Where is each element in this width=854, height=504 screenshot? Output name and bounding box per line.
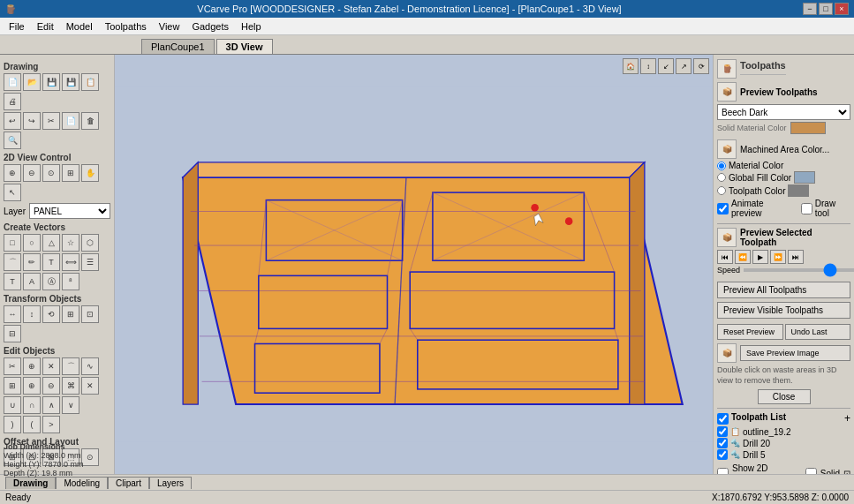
tb-new[interactable]: 📄 <box>4 73 21 91</box>
toolpath-color-radio[interactable] <box>717 186 726 195</box>
tb-repeat[interactable]: ⊙ <box>81 448 99 466</box>
tb-rect[interactable]: □ <box>4 234 21 252</box>
tb-fillet[interactable]: ⌒ <box>62 357 79 375</box>
tb-mirror-h[interactable]: ↔ <box>4 305 21 323</box>
tb-select[interactable]: ↖ <box>4 184 21 201</box>
tb-pan[interactable]: ✋ <box>81 164 99 182</box>
menu-edit[interactable]: Edit <box>32 19 59 34</box>
material-select[interactable]: Beech Dark Oak Pine MDF <box>717 104 850 120</box>
tb-xor[interactable]: ∨ <box>62 396 79 414</box>
preview-visible-button[interactable]: Preview Visible Toolpaths <box>717 302 850 319</box>
minimize-button[interactable]: − <box>803 3 817 15</box>
tb-copy[interactable]: 📄 <box>62 112 79 130</box>
tab-layers[interactable]: Layers <box>149 477 192 489</box>
tb-array[interactable]: ⊟ <box>4 325 21 342</box>
tb-group[interactable]: ⊡ <box>81 305 99 323</box>
menu-toolpaths[interactable]: Toolpaths <box>100 19 152 34</box>
tb-saveas[interactable]: 💾 <box>62 73 79 91</box>
tp-outline-checkbox[interactable] <box>717 426 728 437</box>
tab-3dview[interactable]: 3D View <box>216 39 273 54</box>
play-next[interactable]: ⏩ <box>770 250 786 264</box>
menu-gadgets[interactable]: Gadgets <box>186 19 234 34</box>
material-color-swatch[interactable] <box>790 122 826 134</box>
tb-open[interactable]: 📂 <box>23 73 41 91</box>
tb-redo[interactable]: ↪ <box>23 112 41 130</box>
toolpath-list-checkbox[interactable] <box>717 413 729 425</box>
draw-tool-checkbox[interactable] <box>801 203 812 214</box>
vp-pan[interactable]: ↕ <box>640 58 656 74</box>
tb-offset-outer[interactable]: ) <box>4 416 21 433</box>
tb-mirror-v[interactable]: ↕ <box>23 305 41 323</box>
tb-text[interactable]: T <box>42 253 60 271</box>
tb-smooth[interactable]: ∿ <box>81 357 99 375</box>
tb-subtract[interactable]: ∧ <box>42 396 60 414</box>
tb-zoom-sel[interactable]: ⊞ <box>62 164 79 182</box>
tb-save[interactable]: 💾 <box>42 73 60 91</box>
tb-zoom-in[interactable]: ⊕ <box>4 164 21 182</box>
close-button[interactable]: × <box>835 3 849 15</box>
tb-extend[interactable]: ✕ <box>81 377 99 395</box>
animate-preview-checkbox[interactable] <box>717 203 729 214</box>
tb-table[interactable]: ☰ <box>81 253 99 271</box>
tb-union[interactable]: ∪ <box>4 396 21 414</box>
tb-undo[interactable]: ↩ <box>4 112 21 130</box>
tb-zoom-fit[interactable]: ⊙ <box>42 164 60 182</box>
toolpath-add-icon[interactable]: + <box>844 412 850 425</box>
tb-intersect[interactable]: ∩ <box>23 396 41 414</box>
tb-cut[interactable]: ✂ <box>42 112 60 130</box>
save-preview-button[interactable]: Save Preview Image <box>740 345 850 361</box>
menu-help[interactable]: Help <box>236 19 267 34</box>
global-fill-swatch[interactable] <box>794 171 815 184</box>
layer-select[interactable]: PANEL <box>29 203 110 219</box>
speed-slider[interactable] <box>744 268 854 272</box>
vp-home[interactable]: 🏠 <box>623 58 639 74</box>
tb-star[interactable]: ☆ <box>62 234 79 252</box>
tp-drill5-checkbox[interactable] <box>717 449 728 460</box>
play-prev[interactable]: ⏪ <box>735 250 751 264</box>
tb-poly[interactable]: ⬡ <box>81 234 99 252</box>
undo-last-button[interactable]: Undo Last <box>785 324 851 340</box>
tb-zoom[interactable]: 🔍 <box>4 132 21 149</box>
tb-mirror3[interactable]: > <box>42 416 60 433</box>
tab-modeling[interactable]: Modeling <box>56 477 108 489</box>
tp-drill20-checkbox[interactable] <box>717 438 728 448</box>
tb-node-edit[interactable]: ✂ <box>4 357 21 375</box>
tb-triangle[interactable]: △ <box>42 234 60 252</box>
tb-print[interactable]: 🖨 <box>4 93 21 110</box>
tb-align[interactable]: ⊞ <box>62 305 79 323</box>
menu-view[interactable]: View <box>154 19 185 34</box>
tb-circle[interactable]: ○ <box>23 234 41 252</box>
vp-reset[interactable]: ⟳ <box>693 58 709 74</box>
play-end[interactable]: ⏭ <box>788 250 804 264</box>
global-fill-radio[interactable] <box>717 173 726 182</box>
show-2d-checkbox[interactable] <box>717 468 729 474</box>
tb-bezier[interactable]: ✏ <box>23 253 41 271</box>
tb-trim[interactable]: ✕ <box>42 357 60 375</box>
tb-offset-inner[interactable]: ( <box>23 416 41 433</box>
tb-weld[interactable]: ⊕ <box>23 357 41 375</box>
tb-arc2[interactable]: A <box>23 273 41 290</box>
maximize-button[interactable]: □ <box>819 3 833 15</box>
tb-zoom-out[interactable]: ⊖ <box>23 164 41 182</box>
menu-file[interactable]: File <box>4 19 30 34</box>
play-rewind[interactable]: ⏮ <box>717 250 733 264</box>
tb-warp[interactable]: ⁸ <box>62 273 79 290</box>
menu-model[interactable]: Model <box>61 19 98 34</box>
tab-plancoupe[interactable]: PlanCoupe1 <box>141 39 215 54</box>
vp-rotate-left[interactable]: ↙ <box>658 58 674 74</box>
tb-paste[interactable]: 📋 <box>81 73 99 91</box>
tb-join[interactable]: ⊞ <box>4 377 21 395</box>
toolpath-color-swatch[interactable] <box>788 184 809 197</box>
vp-rotate-right[interactable]: ↗ <box>676 58 692 74</box>
tb-open-vec[interactable]: ⊖ <box>42 377 60 395</box>
tb-close[interactable]: ⊕ <box>23 377 41 395</box>
tb-rotate[interactable]: ⟲ <box>42 305 60 323</box>
play-play[interactable]: ▶ <box>752 250 768 264</box>
tb-delete[interactable]: 🗑 <box>81 112 99 130</box>
tb-fit[interactable]: ⌘ <box>62 377 79 395</box>
preview-all-button[interactable]: Preview All Toolpaths <box>717 282 850 298</box>
tb-spiraltext[interactable]: Ⓐ <box>42 273 60 290</box>
tab-drawing[interactable]: Drawing <box>5 477 56 489</box>
tb-text2[interactable]: T <box>4 273 21 290</box>
tb-arc[interactable]: ⌒ <box>4 253 21 271</box>
